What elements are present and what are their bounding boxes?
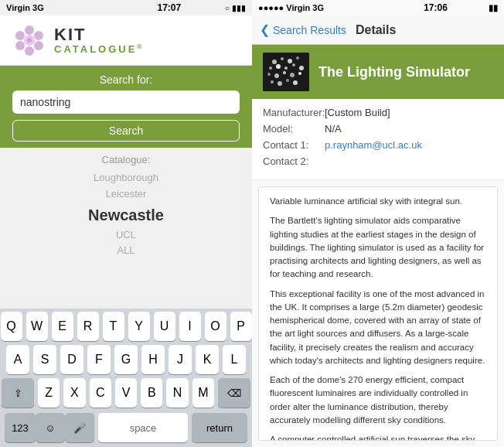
svg-point-18 xyxy=(267,73,271,76)
key-v[interactable]: V xyxy=(115,378,137,408)
key-d[interactable]: D xyxy=(60,345,83,374)
svg-point-13 xyxy=(269,67,272,70)
manufacturer-label: Manufacturer: xyxy=(263,107,325,118)
catalogue-item-all[interactable]: ALL xyxy=(12,243,240,259)
key-shift[interactable]: ⇧ xyxy=(2,378,34,408)
kit-catalogue: CATALOGUE® xyxy=(54,44,144,56)
svg-point-17 xyxy=(299,66,304,70)
svg-point-12 xyxy=(296,56,299,60)
carrier-right: ●●●●● Virgin 3G xyxy=(258,3,324,12)
model-label: Model: xyxy=(263,123,325,135)
svg-point-9 xyxy=(272,60,277,64)
search-label: Search for: xyxy=(12,73,240,86)
catalogue-items: Loughborough Leicester Newcastle UCL ALL xyxy=(12,170,240,259)
key-t[interactable]: T xyxy=(103,312,124,341)
back-label[interactable]: Search Results xyxy=(273,24,346,36)
battery-icon-right: ▮▮ xyxy=(489,3,498,13)
key-z[interactable]: Z xyxy=(38,378,60,408)
contact1-label: Contact 1: xyxy=(263,139,325,151)
key-j[interactable]: J xyxy=(169,345,192,374)
key-b[interactable]: B xyxy=(141,378,162,408)
keyboard-row-1: Q W E R T Y U I O P xyxy=(2,312,250,341)
key-q[interactable]: Q xyxy=(1,312,22,341)
svg-point-4 xyxy=(15,41,25,50)
nav-bar: ❮ Search Results Details xyxy=(252,15,504,45)
catalogue-item-newcastle[interactable]: Newcastle xyxy=(12,203,240,227)
description-p5: A computer controlled artificial sun tra… xyxy=(270,433,486,441)
key-w[interactable]: W xyxy=(26,312,48,341)
catalogue-item-ucl[interactable]: UCL xyxy=(12,227,240,244)
bluetooth-icon: ○ xyxy=(225,4,230,12)
status-bar-right: ●●●●● Virgin 3G 17:06 ▮▮ xyxy=(252,0,504,15)
kit-text: KIT CATALOGUE® xyxy=(54,26,144,56)
catalogue-item-leicester[interactable]: Leicester xyxy=(12,186,240,203)
search-input-wrap[interactable]: nanostring xyxy=(12,90,240,114)
key-n[interactable]: N xyxy=(166,378,188,408)
svg-point-16 xyxy=(292,63,295,67)
details-section: Manufacturer: [Custom Build] Model: N/A … xyxy=(252,99,504,180)
logo-flower-icon xyxy=(12,23,46,57)
manufacturer-value: [Custom Build] xyxy=(325,107,390,118)
svg-point-0 xyxy=(25,26,34,35)
keyboard-row-3: ⇧ Z X C V B N M ⌫ xyxy=(2,378,250,408)
svg-point-25 xyxy=(286,79,289,82)
product-header: The Lighting Simulator xyxy=(252,45,504,99)
key-delete[interactable]: ⌫ xyxy=(218,378,250,408)
key-i[interactable]: I xyxy=(179,312,201,341)
key-r[interactable]: R xyxy=(77,312,99,341)
key-a[interactable]: A xyxy=(6,345,29,374)
manufacturer-row: Manufacturer: [Custom Build] xyxy=(263,107,493,118)
svg-point-15 xyxy=(284,67,288,70)
back-button[interactable]: ❮ Search Results xyxy=(260,22,346,37)
key-l[interactable]: L xyxy=(223,345,246,374)
key-y[interactable]: Y xyxy=(128,312,150,341)
model-value: N/A xyxy=(325,123,342,135)
key-return[interactable]: return xyxy=(192,413,247,442)
key-emoji[interactable]: ☺ xyxy=(36,413,65,442)
key-h[interactable]: H xyxy=(141,345,165,374)
product-thumbnail xyxy=(263,53,309,91)
svg-point-26 xyxy=(293,80,298,85)
contact1-value[interactable]: p.raynham@ucl.ac.uk xyxy=(325,139,422,151)
key-u[interactable]: U xyxy=(154,312,175,341)
status-bar-left: Virgin 3G 17:07 ○ ▮▮▮ xyxy=(0,0,252,15)
key-space[interactable]: space xyxy=(98,413,188,442)
key-o[interactable]: O xyxy=(205,312,226,341)
description-p4: Each of the dome's 270 energy efficient,… xyxy=(270,374,486,427)
catalogue-item-loughborough[interactable]: Loughborough xyxy=(12,170,240,186)
key-e[interactable]: E xyxy=(52,312,73,341)
search-input[interactable]: nanostring xyxy=(20,96,70,108)
svg-point-14 xyxy=(276,64,281,69)
key-f[interactable]: F xyxy=(87,345,111,374)
contact1-row: Contact 1: p.raynham@ucl.ac.uk xyxy=(263,139,493,151)
key-numbers[interactable]: 123 xyxy=(5,413,36,442)
search-section: Search for: nanostring Search xyxy=(0,66,252,148)
key-g[interactable]: G xyxy=(114,345,138,374)
logo-area: KIT CATALOGUE® xyxy=(0,15,252,66)
key-k[interactable]: K xyxy=(196,345,219,374)
time-right: 17:06 xyxy=(424,2,448,13)
keyboard-row-2: A S D F G H J K L xyxy=(2,345,250,374)
search-button[interactable]: Search xyxy=(12,120,240,142)
key-x[interactable]: X xyxy=(63,378,85,408)
chevron-left-icon: ❮ xyxy=(260,22,270,37)
svg-point-11 xyxy=(288,59,292,63)
svg-point-10 xyxy=(281,57,284,60)
key-s[interactable]: S xyxy=(33,345,56,374)
contact2-label: Contact 2: xyxy=(263,155,325,167)
catalogue-section: Catalogue: Loughborough Leicester Newcas… xyxy=(0,148,252,262)
status-icons-left: ○ ▮▮▮ xyxy=(225,4,246,12)
product-title: The Lighting Simulator xyxy=(318,64,470,80)
details-title: Details xyxy=(356,23,396,37)
svg-point-7 xyxy=(27,38,32,43)
key-m[interactable]: M xyxy=(192,378,214,408)
svg-point-3 xyxy=(25,46,34,56)
key-mic[interactable]: 🎤 xyxy=(65,413,94,442)
description-section: Variable luminance artificial sky with i… xyxy=(258,186,498,441)
svg-point-1 xyxy=(34,31,43,40)
key-c[interactable]: C xyxy=(90,378,111,408)
key-p[interactable]: P xyxy=(230,312,252,341)
svg-point-5 xyxy=(15,31,25,40)
svg-point-24 xyxy=(278,81,282,86)
keyboard[interactable]: Q W E R T Y U I O P A S D F G H J K L ⇧ … xyxy=(0,309,252,447)
